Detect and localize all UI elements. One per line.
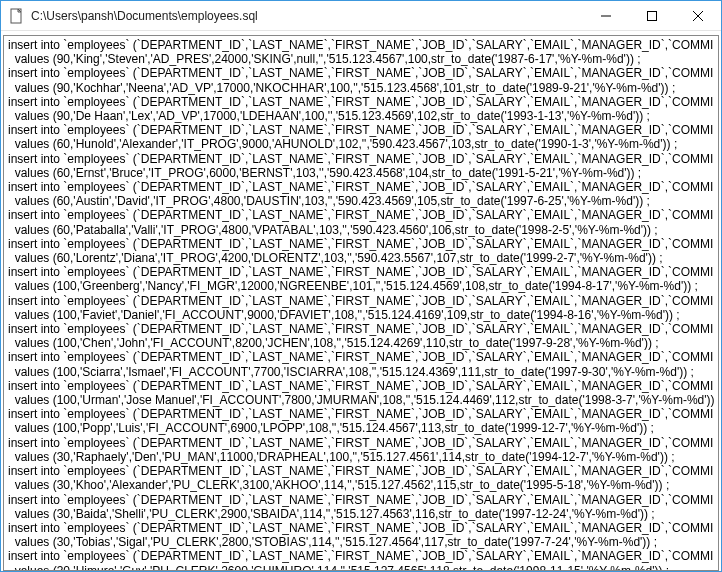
- sql-line: values (100,'Faviet','Daniel','FI_ACCOUN…: [8, 308, 714, 322]
- sql-line: insert into `employees` (`DEPARTMENT_ID`…: [8, 152, 714, 166]
- sql-line: insert into `employees` (`DEPARTMENT_ID`…: [8, 493, 714, 507]
- sql-line: values (60,'Ernst','Bruce','IT_PROG',600…: [8, 166, 714, 180]
- sql-line: values (30,'Khoo','Alexander','PU_CLERK'…: [8, 478, 714, 492]
- sql-line: values (60,'Lorentz','Diana','IT_PROG',4…: [8, 251, 714, 265]
- sql-line: insert into `employees` (`DEPARTMENT_ID`…: [8, 521, 714, 535]
- sql-line: values (100,'Popp','Luis','FI_ACCOUNT',6…: [8, 421, 714, 435]
- sql-line: values (90,'De Haan','Lex','AD_VP',17000…: [8, 109, 714, 123]
- sql-line: insert into `employees` (`DEPARTMENT_ID`…: [8, 180, 714, 194]
- text-editor[interactable]: insert into `employees` (`DEPARTMENT_ID`…: [3, 35, 719, 571]
- sql-line: insert into `employees` (`DEPARTMENT_ID`…: [8, 208, 714, 222]
- sql-line: insert into `employees` (`DEPARTMENT_ID`…: [8, 123, 714, 137]
- window-controls: [583, 1, 721, 30]
- sql-line: insert into `employees` (`DEPARTMENT_ID`…: [8, 294, 714, 308]
- sql-line: insert into `employees` (`DEPARTMENT_ID`…: [8, 549, 714, 563]
- sql-line: insert into `employees` (`DEPARTMENT_ID`…: [8, 464, 714, 478]
- window-title: C:\Users\pansh\Documents\employees.sql: [31, 9, 583, 23]
- sql-line: insert into `employees` (`DEPARTMENT_ID`…: [8, 350, 714, 364]
- close-button[interactable]: [675, 1, 721, 30]
- sql-line: insert into `employees` (`DEPARTMENT_ID`…: [8, 407, 714, 421]
- sql-line: insert into `employees` (`DEPARTMENT_ID`…: [8, 38, 714, 52]
- sql-line: values (100,'Greenberg','Nancy','FI_MGR'…: [8, 279, 714, 293]
- window: C:\Users\pansh\Documents\employees.sql i…: [0, 0, 722, 572]
- sql-line: insert into `employees` (`DEPARTMENT_ID`…: [8, 379, 714, 393]
- sql-line: values (60,'Pataballa','Valli','IT_PROG'…: [8, 223, 714, 237]
- sql-line: insert into `employees` (`DEPARTMENT_ID`…: [8, 265, 714, 279]
- sql-line: values (100,'Sciarra','Ismael','FI_ACCOU…: [8, 365, 714, 379]
- sql-line: values (90,'Kochhar','Neena','AD_VP',170…: [8, 81, 714, 95]
- sql-line: values (90,'King','Steven','AD_PRES',240…: [8, 52, 714, 66]
- maximize-button[interactable]: [629, 1, 675, 30]
- sql-line: values (30,'Himuro','Guy','PU_CLERK',260…: [8, 564, 714, 571]
- sql-line: values (100,'Chen','John','FI_ACCOUNT',8…: [8, 336, 714, 350]
- titlebar: C:\Users\pansh\Documents\employees.sql: [1, 1, 721, 31]
- sql-line: insert into `employees` (`DEPARTMENT_ID`…: [8, 322, 714, 336]
- sql-line: values (60,'Austin','David','IT_PROG',48…: [8, 194, 714, 208]
- sql-line: values (30,'Baida','Shelli','PU_CLERK',2…: [8, 507, 714, 521]
- sql-line: values (100,'Urman','Jose Manuel','FI_AC…: [8, 393, 714, 407]
- sql-line: values (30,'Raphaely','Den','PU_MAN',110…: [8, 450, 714, 464]
- sql-line: values (60,'Hunold','Alexander','IT_PROG…: [8, 137, 714, 151]
- sql-line: insert into `employees` (`DEPARTMENT_ID`…: [8, 436, 714, 450]
- sql-line: insert into `employees` (`DEPARTMENT_ID`…: [8, 66, 714, 80]
- sql-line: insert into `employees` (`DEPARTMENT_ID`…: [8, 95, 714, 109]
- app-icon: [9, 8, 25, 24]
- minimize-button[interactable]: [583, 1, 629, 30]
- sql-line: insert into `employees` (`DEPARTMENT_ID`…: [8, 237, 714, 251]
- sql-line: values (30,'Tobias','Sigal','PU_CLERK',2…: [8, 535, 714, 549]
- content-area: insert into `employees` (`DEPARTMENT_ID`…: [1, 31, 721, 571]
- svg-rect-2: [648, 11, 657, 20]
